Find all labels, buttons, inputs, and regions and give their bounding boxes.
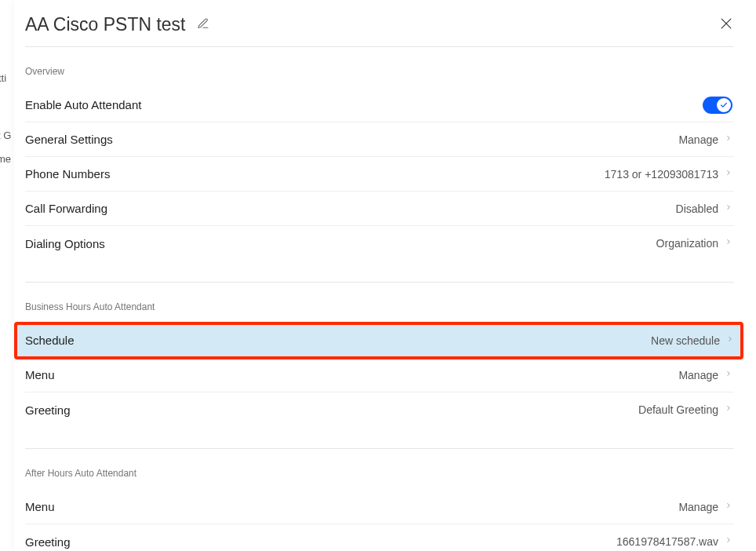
- side-panel: AA Cisco PSTN test Overview Enable Auto …: [14, 0, 756, 551]
- edit-icon[interactable]: [197, 17, 209, 33]
- row-value: Disabled: [676, 203, 718, 215]
- row-label: Menu: [25, 368, 55, 381]
- chevron-right-icon: [725, 500, 732, 514]
- row-dialing-options[interactable]: Dialing Options Organization: [25, 226, 734, 261]
- chevron-right-icon: [725, 535, 732, 549]
- row-value: Default Greeting: [638, 403, 718, 416]
- chevron-right-icon: [725, 167, 732, 181]
- row-schedule[interactable]: Schedule New schedule: [17, 323, 742, 358]
- row-after-menu[interactable]: Menu Manage: [25, 490, 734, 524]
- row-value: 1713 or +12093081713: [605, 168, 718, 181]
- close-icon[interactable]: [718, 16, 734, 35]
- row-label: Greeting: [25, 403, 71, 417]
- background-partial-text: tti t G me: [0, 0, 16, 551]
- row-phone-numbers[interactable]: Phone Numbers 1713 or +12093081713: [25, 157, 734, 192]
- row-value: Manage: [678, 369, 718, 381]
- row-value: New schedule: [651, 334, 720, 347]
- section-label-business-hours: Business Hours Auto Attendant: [25, 301, 734, 312]
- chevron-right-icon: [725, 403, 732, 417]
- row-label: Schedule: [25, 334, 75, 347]
- row-call-forwarding[interactable]: Call Forwarding Disabled: [25, 192, 734, 226]
- row-business-menu[interactable]: Menu Manage: [25, 358, 734, 392]
- row-label: Dialing Options: [25, 237, 105, 250]
- row-label: Phone Numbers: [25, 167, 110, 181]
- row-after-greeting[interactable]: Greeting 1661978417587.wav: [25, 524, 734, 551]
- chevron-right-icon: [725, 236, 732, 250]
- row-value: Manage: [678, 501, 718, 513]
- section-label-after-hours: After Hours Auto Attendant: [25, 468, 734, 479]
- row-label: General Settings: [25, 133, 113, 146]
- enable-toggle[interactable]: [703, 97, 732, 114]
- row-label: Enable Auto Attendant: [25, 98, 141, 111]
- row-general-settings[interactable]: General Settings Manage: [25, 122, 734, 157]
- row-label: Call Forwarding: [25, 202, 107, 215]
- section-label-overview: Overview: [25, 66, 734, 77]
- chevron-right-icon: [726, 334, 734, 348]
- row-business-greeting[interactable]: Greeting Default Greeting: [25, 392, 734, 427]
- page-title: AA Cisco PSTN test: [25, 14, 186, 35]
- panel-header: AA Cisco PSTN test: [25, 14, 734, 35]
- chevron-right-icon: [725, 202, 732, 216]
- row-label: Menu: [25, 500, 55, 513]
- row-value: Organization: [656, 237, 718, 250]
- row-enable-auto-attendant: Enable Auto Attendant: [25, 88, 734, 122]
- row-value: Manage: [678, 133, 718, 146]
- row-label: Greeting: [25, 535, 71, 549]
- chevron-right-icon: [725, 133, 732, 147]
- row-value: 1661978417587.wav: [616, 535, 718, 548]
- chevron-right-icon: [725, 368, 732, 382]
